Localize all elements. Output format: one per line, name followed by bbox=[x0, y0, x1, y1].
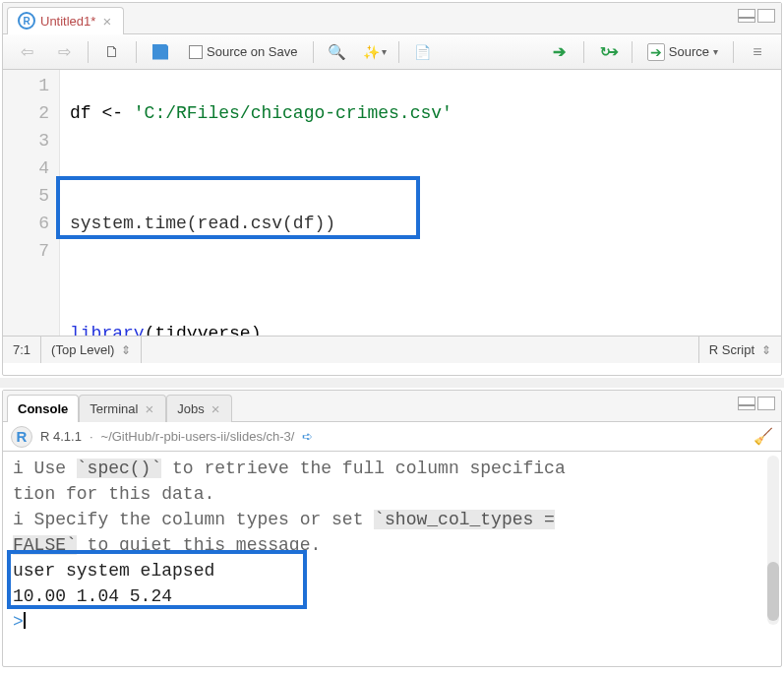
scrollbar-track[interactable] bbox=[767, 456, 779, 625]
line-number: 5 bbox=[3, 182, 49, 210]
language-label: R Script bbox=[709, 342, 754, 357]
cursor bbox=[24, 612, 26, 629]
minimize-button[interactable] bbox=[738, 397, 755, 410]
timing-values: 10.00 1.04 5.24 bbox=[13, 583, 771, 609]
console-text: to quiet this message. bbox=[77, 535, 321, 555]
rerun-icon bbox=[599, 43, 617, 61]
line-number: 3 bbox=[3, 127, 49, 154]
separator bbox=[398, 41, 399, 63]
source-on-save-toggle[interactable]: Source on Save bbox=[182, 40, 305, 63]
source-icon bbox=[647, 43, 665, 61]
line-number: 1 bbox=[3, 72, 49, 99]
separator bbox=[313, 41, 314, 63]
scrollbar-thumb[interactable] bbox=[767, 562, 779, 621]
scope-selector[interactable]: (Top Level) bbox=[41, 337, 142, 363]
new-doc-icon bbox=[103, 43, 121, 61]
find-button[interactable] bbox=[322, 39, 353, 65]
console-header: R R 4.1.1 · ~/GitHub/r-pbi-users-ii/slid… bbox=[3, 422, 781, 452]
cursor-position: 7:1 bbox=[3, 337, 41, 363]
separator bbox=[583, 41, 584, 63]
console-code: `spec()` bbox=[77, 459, 161, 478]
console-tabbar: Console Terminal × Jobs × bbox=[3, 391, 781, 422]
console-text: i Use bbox=[13, 459, 77, 478]
scope-label: (Top Level) bbox=[51, 342, 114, 357]
console-code: `show_col_types = bbox=[374, 510, 555, 529]
r-version: R 4.1.1 bbox=[40, 429, 82, 444]
tab-jobs[interactable]: Jobs × bbox=[166, 395, 232, 422]
rerun-button[interactable] bbox=[592, 39, 624, 65]
console-prompt: > bbox=[13, 612, 24, 629]
outline-button[interactable] bbox=[742, 39, 773, 65]
editor-tab-untitled[interactable]: R Untitled1* × bbox=[7, 7, 124, 34]
line-number: 7 bbox=[3, 237, 49, 265]
console-output[interactable]: i Use `spec()` to retrieve the full colu… bbox=[3, 452, 781, 629]
maximize-button[interactable] bbox=[757, 397, 775, 410]
editor-tab-title: Untitled1* bbox=[40, 14, 95, 29]
tab-jobs-label: Jobs bbox=[177, 401, 204, 416]
save-button[interactable] bbox=[145, 39, 176, 65]
code-tools-button[interactable] bbox=[359, 39, 391, 65]
tab-console-label: Console bbox=[18, 401, 68, 416]
new-doc-button[interactable] bbox=[96, 39, 128, 65]
maximize-button[interactable] bbox=[757, 9, 775, 23]
run-button[interactable] bbox=[544, 39, 575, 65]
clear-console-button[interactable]: 🧹 bbox=[754, 427, 773, 446]
code-string: 'C:/RFiles/chicago-crimes.csv' bbox=[134, 103, 452, 123]
code-text: (tidyverse) bbox=[145, 324, 262, 336]
nav-forward-button[interactable] bbox=[48, 39, 80, 65]
tab-terminal-label: Terminal bbox=[90, 401, 138, 416]
line-gutter: 1 2 3 4 5 6 7 bbox=[3, 70, 60, 336]
panel-window-controls bbox=[738, 9, 775, 23]
source-button-label: Source bbox=[669, 44, 709, 59]
line-number: 6 bbox=[3, 210, 49, 237]
arrow-left-icon bbox=[18, 43, 35, 61]
magnify-icon bbox=[329, 43, 346, 61]
working-dir[interactable]: ~/GitHub/r-pbi-users-ii/slides/ch-3/ bbox=[101, 429, 295, 444]
code-keyword: library bbox=[70, 324, 145, 336]
separator bbox=[632, 41, 633, 63]
compile-report-button[interactable] bbox=[407, 39, 439, 65]
tab-console[interactable]: Console bbox=[7, 395, 79, 422]
editor-toolbar: Source on Save Source ▾ bbox=[3, 34, 781, 70]
wand-icon bbox=[366, 43, 384, 61]
tab-terminal[interactable]: Terminal × bbox=[79, 395, 166, 422]
minimize-button[interactable] bbox=[738, 9, 755, 23]
console-code: FALSE` bbox=[13, 535, 77, 555]
close-icon[interactable]: × bbox=[100, 14, 113, 29]
goto-dir-icon[interactable]: ➪ bbox=[302, 429, 313, 444]
close-icon[interactable]: × bbox=[143, 401, 155, 416]
source-on-save-label: Source on Save bbox=[207, 44, 298, 59]
source-button[interactable]: Source ▾ bbox=[640, 39, 725, 65]
timing-header: user system elapsed bbox=[13, 558, 771, 583]
code-text: system.time(read.csv(df)) bbox=[70, 214, 335, 233]
r-file-icon: R bbox=[18, 12, 35, 30]
save-icon bbox=[151, 43, 169, 61]
panel-window-controls bbox=[738, 397, 775, 410]
arrow-right-icon bbox=[55, 43, 73, 61]
separator bbox=[733, 41, 734, 63]
line-number: 4 bbox=[3, 154, 49, 182]
checkbox-icon bbox=[189, 45, 203, 59]
editor-statusbar: 7:1 (Top Level) R Script bbox=[3, 336, 781, 363]
separator bbox=[136, 41, 137, 63]
console-text: tion for this data. bbox=[13, 481, 771, 507]
separator bbox=[88, 41, 89, 63]
code-editor[interactable]: 1 2 3 4 5 6 7 df <- 'C:/RFiles/chicago-c… bbox=[3, 70, 781, 336]
header-dot: · bbox=[90, 429, 93, 444]
run-icon bbox=[551, 43, 569, 61]
outline-icon bbox=[749, 43, 766, 61]
editor-tabbar: R Untitled1* × bbox=[3, 3, 781, 34]
code-text: df <- bbox=[70, 103, 134, 123]
language-selector[interactable]: R Script bbox=[698, 337, 781, 363]
notebook-icon bbox=[414, 43, 432, 61]
console-text: to retrieve the full column specifica bbox=[161, 459, 565, 478]
r-logo-icon: R bbox=[11, 426, 32, 448]
panel-gap bbox=[0, 378, 784, 388]
console-text: i Specify the column types or set bbox=[13, 510, 374, 529]
code-area[interactable]: df <- 'C:/RFiles/chicago-crimes.csv' sys… bbox=[60, 70, 781, 336]
close-icon[interactable]: × bbox=[210, 401, 222, 416]
nav-back-button[interactable] bbox=[11, 39, 42, 65]
line-number: 2 bbox=[3, 99, 49, 127]
